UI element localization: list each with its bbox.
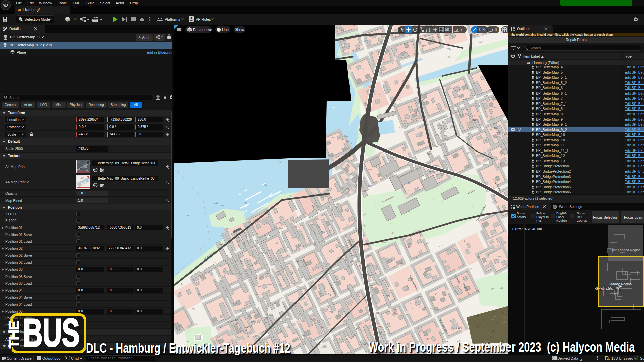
svg-text:2283: 2283: [382, 242, 386, 244]
svg-text:991: 991: [221, 204, 224, 207]
svg-text:134: 134: [391, 232, 394, 234]
svg-text:143: 143: [462, 240, 465, 242]
svg-text:1401: 1401: [435, 173, 439, 175]
svg-text:727: 727: [408, 182, 411, 184]
svg-text:149: 149: [468, 159, 471, 161]
svg-text:1727: 1727: [399, 262, 404, 264]
svg-text:1033: 1033: [301, 265, 305, 268]
svg-text:2149: 2149: [394, 312, 398, 315]
svg-text:1047: 1047: [440, 332, 444, 334]
svg-text:1212: 1212: [495, 200, 499, 202]
svg-text:727: 727: [470, 268, 473, 270]
svg-text:1275: 1275: [458, 327, 462, 329]
svg-text:1405: 1405: [362, 190, 366, 192]
svg-text:871: 871: [240, 260, 243, 262]
svg-text:149: 149: [319, 307, 322, 309]
svg-text:802: 802: [376, 312, 379, 314]
svg-text:763: 763: [466, 152, 469, 154]
svg-text:THE: THE: [7, 321, 22, 348]
svg-text:457: 457: [393, 309, 396, 311]
svg-text:1585: 1585: [472, 119, 476, 121]
svg-text:1033: 1033: [368, 185, 372, 187]
svg-text:1585: 1585: [493, 258, 497, 261]
svg-text:149: 149: [220, 235, 223, 237]
svg-text:BUS: BUS: [23, 311, 80, 354]
svg-text:143: 143: [503, 148, 506, 150]
svg-text:453: 453: [430, 170, 433, 172]
svg-text:1328: 1328: [264, 317, 268, 319]
svg-text:1637: 1637: [463, 99, 467, 101]
svg-text:871: 871: [245, 235, 248, 237]
svg-text:1063: 1063: [256, 232, 260, 235]
svg-text:1328: 1328: [413, 256, 417, 259]
svg-text:456: 456: [332, 137, 335, 139]
svg-text:1033: 1033: [496, 244, 500, 246]
svg-text:1598: 1598: [426, 153, 430, 155]
svg-text:1339: 1339: [336, 260, 339, 262]
svg-text:143: 143: [321, 326, 324, 328]
svg-text:1275: 1275: [386, 295, 390, 297]
svg-text:1585: 1585: [361, 163, 365, 165]
svg-text:453: 453: [244, 304, 247, 306]
svg-text:605: 605: [494, 127, 497, 129]
svg-text:453: 453: [341, 138, 344, 141]
svg-text:604: 604: [481, 136, 484, 139]
svg-text:152: 152: [354, 227, 357, 229]
